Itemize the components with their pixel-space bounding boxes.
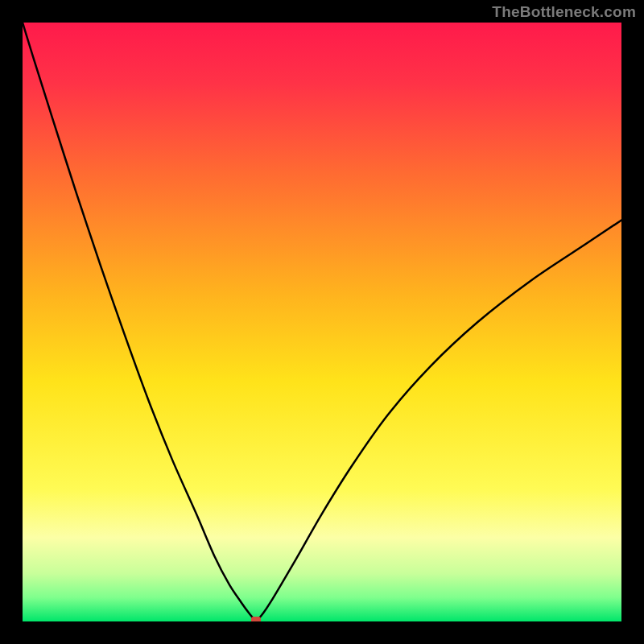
bottleneck-marker bbox=[251, 617, 261, 621]
bottleneck-curve-path bbox=[23, 23, 621, 621]
curve-svg bbox=[23, 23, 621, 621]
watermark-text: TheBottleneck.com bbox=[492, 3, 636, 21]
chart-outer-frame: TheBottleneck.com bbox=[0, 0, 644, 644]
chart-plot-area bbox=[23, 23, 621, 621]
